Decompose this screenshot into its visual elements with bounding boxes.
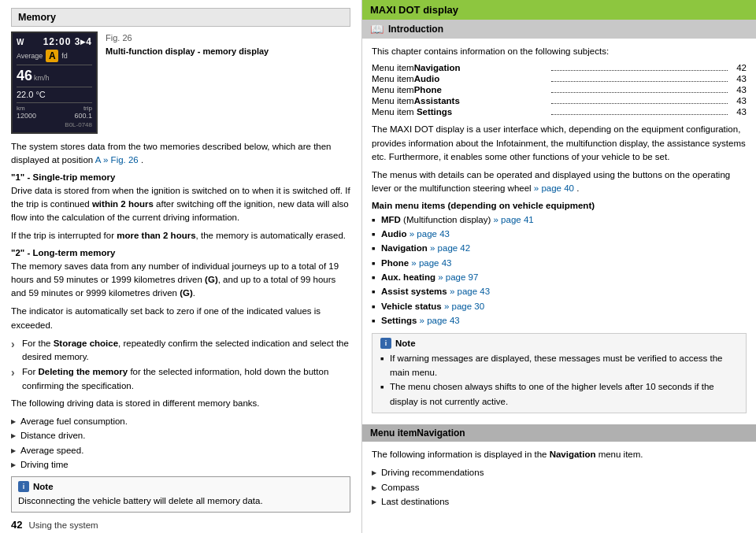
menu-nav-header-text: Menu itemNavigation bbox=[370, 428, 465, 439]
menu-item-audio: Audio » page 43 bbox=[372, 227, 747, 241]
right-note-icon: i bbox=[380, 338, 391, 349]
screen-temp: 22.0 °C bbox=[17, 90, 92, 99]
screen-km-value: 12000 bbox=[17, 112, 36, 120]
menu-nav-section: The following information is displayed i… bbox=[362, 442, 756, 516]
menu-item-phone: Phone » page 43 bbox=[372, 256, 747, 270]
fuel-consumption-item: Average fuel consumption. bbox=[11, 415, 350, 428]
memory1-text2: If the trip is interrupted for more than… bbox=[11, 229, 350, 242]
note-box: i Note Disconnecting the vehicle battery… bbox=[11, 476, 350, 513]
screen-trip-value: 600.1 bbox=[74, 112, 92, 120]
screen-fd-label: fd bbox=[61, 52, 68, 60]
maxi-dot-header: MAXI DOT display bbox=[362, 0, 756, 20]
memory1-text: Drive data is stored from when the ignit… bbox=[11, 184, 350, 225]
screen-avg-label: Average bbox=[17, 52, 43, 60]
para2-ref: » page 40 bbox=[534, 183, 574, 193]
memory-title: Memory bbox=[18, 12, 56, 23]
menu-nav-text: The following information is displayed i… bbox=[372, 448, 747, 461]
right-note-title: Note bbox=[395, 339, 416, 348]
book-icon: 📖 bbox=[370, 23, 384, 35]
driving-recommendations-item: Driving recommendations bbox=[372, 466, 747, 479]
menu-item-mfd: MFD (Multifunction display) » page 41 bbox=[372, 213, 747, 227]
page-number: 42 bbox=[11, 519, 22, 531]
screen-divider2 bbox=[17, 87, 92, 87]
last-destinations-item: Last destinations bbox=[372, 495, 747, 509]
screen-bottom-row: km 12000 trip 600.1 bbox=[17, 102, 92, 120]
right-note-item1: If warning messages are displayed, these… bbox=[380, 351, 738, 380]
right-column: MAXI DOT display 📖 Introduction This cha… bbox=[362, 0, 756, 533]
toc-list: Menu itemNavigation 42 Menu itemAudio 43… bbox=[372, 63, 747, 117]
fig-title: Multi-function display - memory display bbox=[106, 46, 269, 56]
deleting-memory-item: For Deleting the memory for the selected… bbox=[11, 365, 350, 393]
intro-title: Introduction bbox=[388, 24, 443, 35]
toc-row-navigation: Menu itemNavigation 42 bbox=[372, 63, 747, 72]
distance-driven-item: Distance driven. bbox=[11, 429, 350, 442]
screen-a-badge: A bbox=[46, 50, 58, 62]
para2: The menus with details can be operated a… bbox=[372, 168, 747, 196]
menu-item-vehicle-status: Vehicle status » page 30 bbox=[372, 299, 747, 313]
menu-item-assist-systems: Assist systems » page 43 bbox=[372, 284, 747, 298]
note-icon: i bbox=[18, 481, 29, 492]
toc-row-settings: Menu item Settings 43 bbox=[372, 107, 747, 117]
menu-item-aux-heating: Aux. heating » page 97 bbox=[372, 270, 747, 284]
para1: The MAXI DOT display is a user interface… bbox=[372, 123, 747, 164]
memory-section-header: Memory bbox=[11, 8, 350, 27]
screen-speed: 46 bbox=[17, 68, 32, 84]
storage-choice-item: For the Storage choice, repeatedly confi… bbox=[11, 337, 350, 365]
menu-item-settings: Settings » page 43 bbox=[372, 313, 747, 328]
body-text-1-ref: A » Fig. 26 bbox=[95, 155, 139, 165]
screen-time: 12:00 3▸4 bbox=[43, 36, 92, 47]
page-footer: 42 Using the system bbox=[11, 519, 350, 531]
note-title-text: Note bbox=[33, 482, 54, 491]
right-note-box: i Note If warning messages are displayed… bbox=[372, 333, 747, 414]
menu-nav-header-bar: Menu itemNavigation bbox=[362, 424, 756, 442]
screen-km-label: km bbox=[17, 105, 36, 112]
memory2-text: The memory saves data from any number of… bbox=[11, 260, 350, 301]
screen-model-code: B0L-0748 bbox=[65, 121, 92, 128]
memory2-title: "2" - Long-term memory bbox=[11, 248, 350, 257]
memory2-text-cont: The indicator is automatically set back … bbox=[11, 305, 350, 332]
display-screen: W 12:00 3▸4 Average A fd 46 km/h 22.0 °C bbox=[11, 31, 98, 134]
screen-speed-unit: km/h bbox=[34, 74, 50, 82]
figure-caption: Fig. 26 Multi-function display - memory … bbox=[106, 31, 269, 134]
toc-row-phone: Menu itemPhone 43 bbox=[372, 85, 747, 94]
screen-divider1 bbox=[17, 65, 92, 65]
main-menu-title: Main menu items (depending on vehicle eq… bbox=[372, 201, 747, 210]
compass-item: Compass bbox=[372, 481, 747, 494]
toc-row-assistants: Menu itemAssistants 43 bbox=[372, 96, 747, 105]
intro-section: This chapter contains information on the… bbox=[362, 39, 756, 424]
note-text: Disconnecting the vehicle battery will d… bbox=[18, 494, 343, 508]
screen-trip-label: trip bbox=[74, 105, 92, 112]
screen-w-label: W bbox=[17, 38, 24, 46]
left-column: Memory W 12:00 3▸4 Average A fd 46 km/h bbox=[0, 0, 362, 533]
body-text-1: The system stores data from the two memo… bbox=[11, 140, 350, 168]
driving-time-item: Driving time bbox=[11, 458, 350, 472]
toc-row-audio: Menu itemAudio 43 bbox=[372, 74, 747, 83]
menu-item-navigation: Navigation » page 42 bbox=[372, 241, 747, 255]
screen-speed-area: 46 km/h bbox=[17, 68, 92, 84]
right-note-item2: The menu chosen always shifts to one of … bbox=[380, 379, 738, 409]
fig-number: Fig. 26 bbox=[106, 31, 269, 45]
memory1-title: "1" - Single-trip memory bbox=[11, 172, 350, 182]
average-speed-item: Average speed. bbox=[11, 444, 350, 457]
following-text: The following driving data is stored in … bbox=[11, 397, 350, 410]
intro-text: This chapter contains information on the… bbox=[372, 45, 747, 58]
figure-area: W 12:00 3▸4 Average A fd 46 km/h 22.0 °C bbox=[11, 31, 350, 134]
page-label: Using the system bbox=[28, 520, 98, 530]
intro-header-bar: 📖 Introduction bbox=[362, 20, 756, 39]
